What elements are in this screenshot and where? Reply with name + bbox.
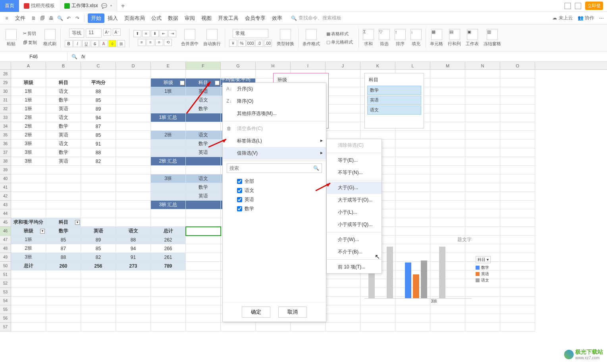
- row-head[interactable]: 39: [0, 166, 11, 174]
- undo-icon[interactable]: ↶: [65, 15, 72, 22]
- cell[interactable]: 数学: [46, 227, 81, 236]
- cell[interactable]: [186, 270, 221, 279]
- cell[interactable]: [465, 96, 500, 105]
- menu-file[interactable]: 文件: [12, 13, 29, 23]
- search-fx-icon[interactable]: 🔍: [71, 54, 77, 59]
- tab-file[interactable]: 工作簿3.xlsx💬•: [60, 0, 117, 12]
- cell[interactable]: [116, 218, 151, 227]
- cell[interactable]: [500, 201, 535, 209]
- cell[interactable]: [500, 131, 535, 140]
- dec-inc-icon[interactable]: .0: [255, 40, 263, 47]
- cell[interactable]: [151, 192, 186, 201]
- cell[interactable]: [186, 262, 221, 270]
- cell[interactable]: [465, 157, 500, 166]
- cell[interactable]: [500, 253, 535, 262]
- cell[interactable]: 数学: [46, 148, 81, 157]
- align-bot-icon[interactable]: ⬇: [151, 30, 159, 37]
- cell[interactable]: [46, 279, 81, 288]
- filter-check-item[interactable]: 数学: [237, 204, 318, 213]
- cell[interactable]: [500, 323, 535, 331]
- cell[interactable]: [11, 314, 46, 323]
- cell[interactable]: [326, 87, 360, 96]
- menu-item[interactable]: 会员专享: [242, 13, 269, 23]
- cell[interactable]: [500, 79, 535, 87]
- currency-icon[interactable]: ¥: [229, 40, 237, 47]
- cell[interactable]: [116, 209, 151, 218]
- cell[interactable]: [430, 79, 465, 87]
- cell[interactable]: [186, 314, 221, 323]
- cell[interactable]: 3班: [11, 157, 46, 166]
- cell[interactable]: 85: [81, 131, 116, 140]
- cell[interactable]: [500, 87, 535, 96]
- cell[interactable]: 3班 汇总: [151, 201, 186, 209]
- col-head[interactable]: A: [11, 62, 46, 69]
- cell[interactable]: [151, 288, 186, 297]
- filter-check-all[interactable]: 全部: [237, 177, 318, 186]
- row-head[interactable]: 52: [0, 279, 11, 288]
- type-convert-icon[interactable]: [280, 29, 291, 40]
- sub-nbetween-item[interactable]: 不介于(B)...: [327, 246, 382, 258]
- cell[interactable]: [46, 323, 81, 331]
- col-head[interactable]: B: [46, 62, 81, 69]
- cell[interactable]: 1班: [11, 96, 46, 105]
- cell[interactable]: [186, 157, 221, 166]
- cell[interactable]: [395, 218, 430, 227]
- cell[interactable]: [11, 288, 46, 297]
- cell[interactable]: [81, 305, 116, 314]
- cell[interactable]: 1班: [11, 87, 46, 96]
- bold-icon[interactable]: B: [65, 40, 73, 47]
- cell[interactable]: [81, 218, 116, 227]
- cell[interactable]: [151, 209, 186, 218]
- cell[interactable]: 89: [81, 236, 116, 244]
- cell[interactable]: [395, 323, 430, 331]
- row-head[interactable]: 55: [0, 305, 11, 314]
- cell[interactable]: [11, 270, 46, 279]
- cell[interactable]: [151, 183, 186, 192]
- cell[interactable]: [46, 166, 81, 174]
- ok-button[interactable]: 确定: [242, 307, 270, 318]
- sub-gt-item[interactable]: 大于(G)...: [327, 182, 382, 194]
- cell[interactable]: [186, 253, 221, 262]
- row-head[interactable]: 32: [0, 105, 11, 113]
- cell[interactable]: [116, 105, 151, 113]
- cell[interactable]: [186, 279, 221, 288]
- cell[interactable]: 2班: [11, 113, 46, 122]
- sort-more-item[interactable]: 其他排序选项(M)...: [223, 107, 326, 120]
- col-head[interactable]: N: [465, 62, 500, 69]
- cell[interactable]: [11, 70, 46, 79]
- cell[interactable]: [151, 96, 186, 105]
- cell[interactable]: [11, 323, 46, 331]
- cell[interactable]: 3班: [11, 253, 46, 262]
- cell[interactable]: 789: [151, 262, 186, 270]
- font-color-icon[interactable]: A: [100, 40, 108, 47]
- cell[interactable]: [326, 105, 360, 113]
- font-select[interactable]: 等线: [69, 29, 84, 38]
- cell[interactable]: [430, 183, 465, 192]
- merge-icon[interactable]: [184, 29, 195, 40]
- cell[interactable]: [81, 201, 116, 209]
- cell[interactable]: [46, 288, 81, 297]
- menu-item[interactable]: 数据: [165, 13, 181, 23]
- cell[interactable]: [81, 192, 116, 201]
- cell[interactable]: [116, 183, 151, 192]
- col-head[interactable]: H: [256, 62, 291, 69]
- cell[interactable]: [500, 288, 535, 297]
- cell[interactable]: 88: [116, 236, 151, 244]
- cell[interactable]: [186, 113, 221, 122]
- cell[interactable]: [81, 279, 116, 288]
- cell[interactable]: 班级: [11, 79, 46, 87]
- cell[interactable]: [500, 209, 535, 218]
- cell[interactable]: [116, 131, 151, 140]
- cell[interactable]: [465, 174, 500, 183]
- sort-icon[interactable]: ↕: [395, 29, 406, 40]
- label-filter-item[interactable]: 标签筛选(L)▸: [223, 135, 326, 147]
- cell[interactable]: [465, 131, 500, 140]
- sort-desc-item[interactable]: Z↓降序(O): [223, 95, 326, 107]
- cell[interactable]: [500, 192, 535, 201]
- cell[interactable]: [116, 157, 151, 166]
- cell[interactable]: [151, 105, 186, 113]
- selected-cell[interactable]: [186, 227, 221, 236]
- cell[interactable]: 班级▾: [11, 227, 46, 236]
- cell[interactable]: [430, 157, 465, 166]
- cell[interactable]: [11, 174, 46, 183]
